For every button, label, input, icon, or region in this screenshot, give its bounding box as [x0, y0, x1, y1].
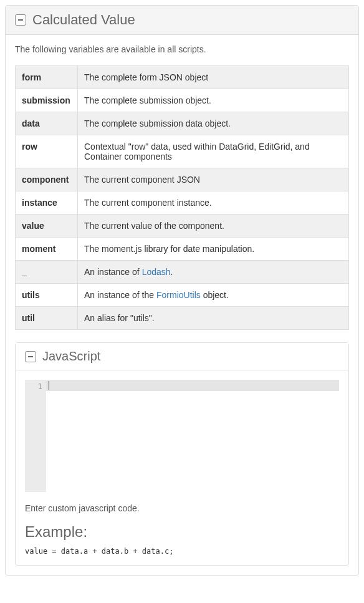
js-panel-title: JavaScript — [42, 349, 100, 364]
editor-gutter: 1 — [25, 380, 46, 492]
doc-link[interactable]: FormioUtils — [156, 290, 201, 300]
variables-table: formThe complete form JSON objectsubmiss… — [15, 65, 349, 330]
line-number: 1 — [25, 382, 42, 391]
table-row: utilAn alias for "utils". — [16, 307, 349, 330]
table-row: dataThe complete submission data object. — [16, 112, 349, 135]
panel-body: The following variables are available in… — [6, 35, 358, 575]
variable-desc: An instance of the FormioUtils object. — [78, 284, 349, 307]
js-panel-header: JavaScript — [16, 343, 348, 370]
variable-name: data — [16, 112, 78, 135]
code-editor[interactable]: 1 — [25, 380, 339, 492]
js-panel-body: 1 Enter custom javascript code. Example:… — [16, 370, 348, 565]
calculated-value-panel: Calculated Value The following variables… — [5, 5, 359, 576]
table-row: submissionThe complete submission object… — [16, 89, 349, 112]
variable-desc: The complete submission data object. — [78, 112, 349, 135]
variable-desc: The complete submission object. — [78, 89, 349, 112]
variable-desc: The current value of the component. — [78, 215, 349, 238]
variable-name: instance — [16, 191, 78, 215]
variable-name: submission — [16, 89, 78, 112]
table-row: utilsAn instance of the FormioUtils obje… — [16, 284, 349, 307]
table-row: valueThe current value of the component. — [16, 215, 349, 238]
variable-name: _ — [16, 261, 78, 284]
editor-textarea[interactable] — [46, 380, 339, 492]
intro-text: The following variables are available in… — [15, 44, 349, 54]
variable-desc: The complete form JSON object — [78, 66, 349, 89]
table-row: instanceThe current component instance. — [16, 191, 349, 215]
collapse-toggle[interactable] — [15, 14, 26, 26]
table-row: componentThe current component JSON — [16, 168, 349, 191]
example-heading: Example: — [25, 523, 339, 541]
variable-desc: The current component instance. — [78, 191, 349, 215]
table-row: momentThe moment.js library for date man… — [16, 238, 349, 261]
panel-title: Calculated Value — [32, 12, 135, 28]
variable-name: value — [16, 215, 78, 238]
variable-desc: Contextual "row" data, used within DataG… — [78, 135, 349, 168]
table-row: formThe complete form JSON object — [16, 66, 349, 89]
variable-desc: An alias for "utils". — [78, 307, 349, 330]
js-collapse-toggle[interactable] — [25, 351, 36, 362]
panel-header: Calculated Value — [6, 6, 358, 35]
example-code: value = data.a + data.b + data.c; — [25, 547, 339, 556]
variable-name: moment — [16, 238, 78, 261]
javascript-panel: JavaScript 1 Enter custom javascript cod… — [15, 342, 349, 566]
variable-name: component — [16, 168, 78, 191]
variable-desc: An instance of Lodash. — [78, 261, 349, 284]
variable-name: util — [16, 307, 78, 330]
table-row: _An instance of Lodash. — [16, 261, 349, 284]
variable-name: row — [16, 135, 78, 168]
variable-desc: The current component JSON — [78, 168, 349, 191]
table-row: rowContextual "row" data, used within Da… — [16, 135, 349, 168]
editor-help-text: Enter custom javascript code. — [25, 503, 339, 513]
variable-name: form — [16, 66, 78, 89]
doc-link[interactable]: Lodash — [142, 267, 171, 277]
variable-name: utils — [16, 284, 78, 307]
variable-desc: The moment.js library for date manipulat… — [78, 238, 349, 261]
